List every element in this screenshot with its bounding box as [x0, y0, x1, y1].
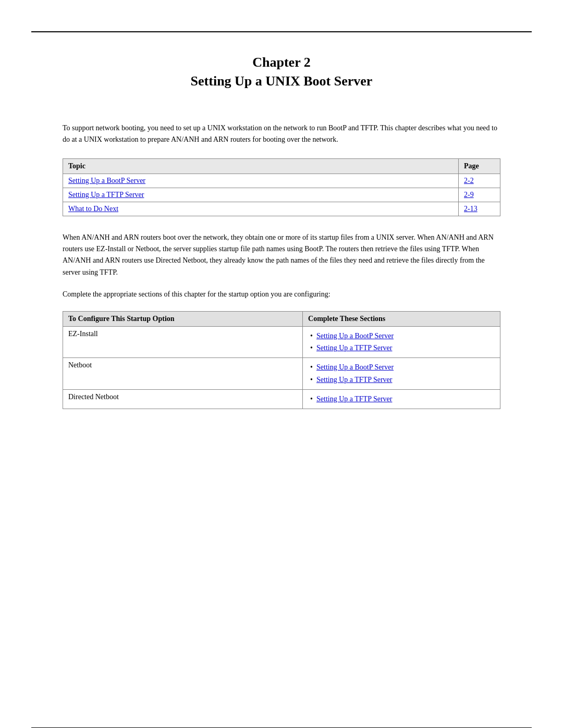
- page-cell[interactable]: 2-13: [459, 202, 500, 216]
- chapter-label: Chapter 2: [0, 53, 563, 72]
- table-row: Directed NetbootSetting Up a TFTP Server: [63, 389, 500, 409]
- chapter-title: Chapter 2 Setting Up a UNIX Boot Server: [0, 53, 563, 91]
- body-paragraph-2: Complete the appropriate sections of thi…: [63, 289, 500, 300]
- topic-cell[interactable]: Setting Up a TFTP Server: [63, 188, 459, 202]
- topics-table: Topic Page Setting Up a BootP Server2-2S…: [63, 158, 500, 216]
- table-row: NetbootSetting Up a BootP ServerSetting …: [63, 358, 500, 390]
- list-item[interactable]: Setting Up a BootP Server: [308, 330, 495, 342]
- page-container: Chapter 2 Setting Up a UNIX Boot Server …: [0, 31, 563, 728]
- startup-sections-cell: Setting Up a BootP ServerSetting Up a TF…: [303, 358, 500, 390]
- startup-sections-cell: Setting Up a TFTP Server: [303, 389, 500, 409]
- topic-cell[interactable]: What to Do Next: [63, 202, 459, 216]
- startup-table: To Configure This Startup Option Complet…: [63, 311, 500, 409]
- body-paragraph-1: When AN/ANH and ARN routers boot over th…: [63, 232, 500, 279]
- table-row: EZ-InstallSetting Up a BootP ServerSetti…: [63, 326, 500, 358]
- startup-col2-header: Complete These Sections: [303, 311, 500, 326]
- startup-option-cell: Directed Netboot: [63, 389, 303, 409]
- table-row: Setting Up a BootP Server2-2: [63, 174, 500, 188]
- list-item[interactable]: Setting Up a TFTP Server: [308, 374, 495, 386]
- page-col-header: Page: [459, 158, 500, 174]
- startup-option-cell: Netboot: [63, 358, 303, 390]
- list-item[interactable]: Setting Up a BootP Server: [308, 361, 495, 374]
- page-cell[interactable]: 2-2: [459, 174, 500, 188]
- list-item[interactable]: Setting Up a TFTP Server: [308, 393, 495, 405]
- startup-option-cell: EZ-Install: [63, 326, 303, 358]
- content-area: To support network booting, you need to …: [63, 122, 500, 409]
- table-row: Setting Up a TFTP Server2-9: [63, 188, 500, 202]
- startup-sections-cell: Setting Up a BootP ServerSetting Up a TF…: [303, 326, 500, 358]
- topic-cell[interactable]: Setting Up a BootP Server: [63, 174, 459, 188]
- startup-col1-header: To Configure This Startup Option: [63, 311, 303, 326]
- page-cell[interactable]: 2-9: [459, 188, 500, 202]
- chapter-subtitle: Setting Up a UNIX Boot Server: [0, 72, 563, 91]
- topic-col-header: Topic: [63, 158, 459, 174]
- list-item[interactable]: Setting Up a TFTP Server: [308, 342, 495, 354]
- chapter-header: Chapter 2 Setting Up a UNIX Boot Server: [0, 53, 563, 91]
- top-rule: [31, 31, 532, 32]
- intro-paragraph: To support network booting, you need to …: [63, 122, 500, 146]
- table-row: What to Do Next2-13: [63, 202, 500, 216]
